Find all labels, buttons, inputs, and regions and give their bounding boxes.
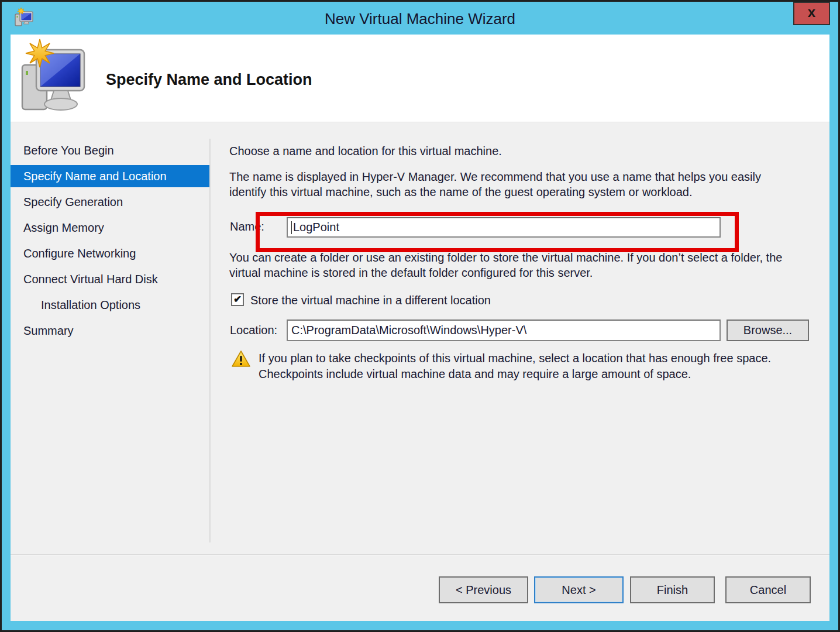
store-different-location-label: Store the virtual machine in a different…	[250, 294, 491, 307]
text-caret	[291, 221, 292, 234]
close-icon: x	[808, 5, 815, 19]
step-summary[interactable]: Summary	[11, 318, 209, 344]
checkpoint-warning-text: If you plan to take checkpoints of this …	[259, 351, 779, 382]
warning-icon	[231, 350, 251, 369]
step-installation-options[interactable]: Installation Options	[11, 292, 209, 318]
checkmark-icon: ✔	[233, 294, 242, 304]
close-button[interactable]: x	[793, 2, 830, 25]
folder-help-text: You can create a folder or use an existi…	[229, 250, 800, 280]
intro-text: Choose a name and location for this virt…	[229, 143, 803, 159]
page-title: Specify Name and Location	[106, 71, 312, 89]
new-vm-wizard-window: New Virtual Machine Wizard x	[0, 0, 840, 632]
name-input[interactable]: LogPoint	[287, 217, 721, 238]
window-title: New Virtual Machine Wizard	[2, 10, 838, 28]
step-before-you-begin[interactable]: Before You Begin	[11, 138, 209, 163]
wizard-banner: Specify Name and Location	[11, 35, 829, 122]
step-specify-generation[interactable]: Specify Generation	[11, 189, 209, 215]
footer-separator	[11, 554, 829, 555]
step-connect-virtual-hard-disk[interactable]: Connect Virtual Hard Disk	[11, 266, 209, 292]
sidebar-divider	[209, 139, 211, 542]
location-input[interactable]: C:\ProgramData\Microsoft\Windows\Hyper-V…	[287, 320, 721, 341]
step-specify-name-and-location[interactable]: Specify Name and Location	[11, 165, 209, 187]
browse-button[interactable]: Browse...	[727, 320, 809, 341]
step-assign-memory[interactable]: Assign Memory	[11, 215, 209, 241]
step-configure-networking[interactable]: Configure Networking	[11, 241, 209, 266]
wizard-body: Specify Name and Location Before You Beg…	[11, 35, 829, 621]
titlebar[interactable]: New Virtual Machine Wizard x	[2, 2, 838, 33]
location-label: Location:	[230, 324, 277, 337]
new-vm-icon	[19, 38, 88, 116]
name-input-value: LogPoint	[293, 221, 339, 234]
wizard-steps: Before You Begin Specify Name and Locati…	[11, 138, 209, 344]
window-frame: New Virtual Machine Wizard x	[2, 2, 838, 630]
cancel-button[interactable]: Cancel	[725, 576, 811, 603]
location-input-value: C:\ProgramData\Microsoft\Windows\Hyper-V…	[291, 324, 526, 337]
finish-button[interactable]: Finish	[630, 576, 715, 603]
previous-button[interactable]: < Previous	[439, 576, 528, 603]
name-label: Name:	[230, 220, 264, 233]
store-different-location-checkbox[interactable]: ✔	[231, 293, 244, 306]
name-help-text: The name is displayed in Hyper-V Manager…	[229, 169, 800, 200]
next-button[interactable]: Next >	[534, 576, 624, 603]
